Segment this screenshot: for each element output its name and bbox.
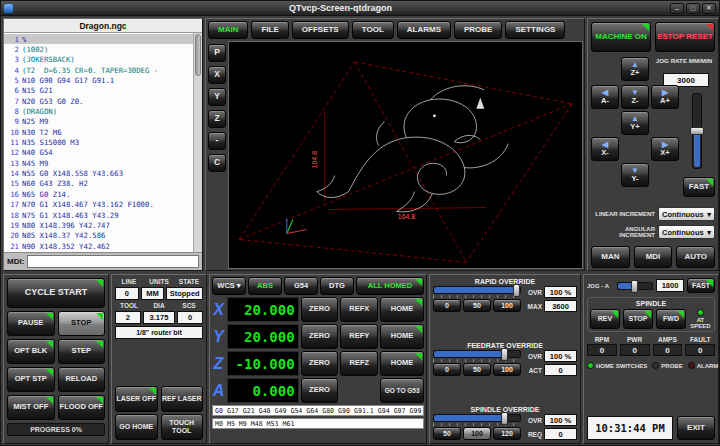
mode-man-button[interactable]: MAN: [591, 246, 630, 268]
jog-y-plus-button[interactable]: ▲Y+: [621, 111, 649, 135]
jog-rate-slider[interactable]: [692, 93, 702, 169]
stop-button[interactable]: STOP: [58, 311, 106, 336]
tab-probe[interactable]: PROBE: [454, 21, 502, 39]
slider-handle[interactable]: [690, 127, 704, 135]
ref-y-button[interactable]: REFY: [340, 324, 378, 349]
tab-tool[interactable]: TOOL: [352, 21, 394, 39]
jog-a-plus-button[interactable]: ▶A+: [651, 85, 679, 109]
view-z-button[interactable]: Z: [208, 110, 226, 128]
tab-main[interactable]: MAIN: [208, 21, 248, 39]
touch-tool-button[interactable]: TOUCH TOOL: [161, 414, 204, 440]
jog-x-minus-button[interactable]: ◀X-: [591, 137, 619, 161]
mist-button[interactable]: MIST OFF: [7, 395, 55, 420]
step-button[interactable]: STEP: [58, 339, 106, 364]
gcode-line[interactable]: 14N55 G0 X148.558 Y43.663: [4, 168, 193, 178]
laser-button[interactable]: LASER OFF: [115, 386, 158, 412]
gcode-line[interactable]: 5N10 G90 G94 G17 G91.1: [4, 75, 193, 85]
linear-increment-combo[interactable]: Continuous ▾: [658, 207, 715, 221]
spindle-stop-button[interactable]: STOP: [623, 309, 653, 329]
home-x-button[interactable]: HOME: [380, 297, 424, 322]
gcode-line[interactable]: 8(DRAGON): [4, 106, 193, 116]
jog-a-fast-button[interactable]: FAST: [687, 278, 715, 293]
rapid-0-button[interactable]: 0: [433, 299, 461, 312]
gcode-line[interactable]: 20N85 X148.37 Y42.586: [4, 231, 193, 241]
cycle-start-button[interactable]: CYCLE START: [7, 278, 105, 308]
all-homed-button[interactable]: ALL HOMED: [356, 277, 424, 295]
slider-handle[interactable]: [501, 348, 508, 361]
rapid-100-button[interactable]: 100: [493, 299, 521, 312]
tab-offsets[interactable]: OFFSETS: [292, 21, 349, 39]
clear-view-button[interactable]: C: [208, 154, 226, 172]
jog-z-plus-button[interactable]: ▲Z+: [621, 57, 649, 81]
ref-x-button[interactable]: REFX: [340, 297, 378, 322]
estop-reset-button[interactable]: ESTOP RESET: [655, 22, 715, 52]
zero-y-button[interactable]: ZERO: [301, 324, 339, 349]
home-z-button[interactable]: HOME: [380, 351, 424, 376]
rapid-50-button[interactable]: 50: [463, 299, 491, 312]
view-perspective-button[interactable]: P: [208, 44, 226, 62]
dtg-button[interactable]: DTG: [320, 277, 354, 295]
spindle-rev-button[interactable]: REV: [590, 309, 620, 329]
maximize-button[interactable]: □: [686, 3, 700, 14]
gcode-line[interactable]: 18N75 G1 X148.463 Y43.29: [4, 210, 193, 220]
mode-mdi-button[interactable]: MDI: [634, 246, 673, 268]
gcode-line[interactable]: 3(JOKERSBACK): [4, 55, 193, 65]
view-x-button[interactable]: X: [208, 66, 226, 84]
zero-z-button[interactable]: ZERO: [301, 351, 339, 376]
gcode-viewer[interactable]: 1% 2(1002) 3(JOKERSBACK) 4(T2 D=6.35 CR=…: [4, 33, 202, 252]
spindle-fwd-button[interactable]: FWD: [656, 309, 686, 329]
ref-z-button[interactable]: REFZ: [340, 351, 378, 376]
gcode-line[interactable]: 2(1002): [4, 44, 193, 54]
feedrate-override-slider[interactable]: [433, 350, 521, 358]
tab-settings[interactable]: SETTINGS: [505, 21, 565, 39]
go-home-button[interactable]: GO HOME: [115, 414, 158, 440]
jog-a-value[interactable]: 1800: [656, 279, 684, 292]
jog-z-minus-button[interactable]: ▼Z-: [621, 85, 649, 109]
optional-stop-button[interactable]: OPT STP: [7, 367, 55, 392]
close-button[interactable]: ✕: [702, 3, 716, 14]
scrollbar-thumb[interactable]: [195, 34, 201, 76]
tab-file[interactable]: FILE: [251, 21, 288, 39]
pause-button[interactable]: PAUSE: [7, 311, 55, 336]
gcode-line[interactable]: 1%: [4, 34, 193, 44]
ref-laser-button[interactable]: REF LASER: [161, 386, 204, 412]
gremlin-preview[interactable]: 164.8 104.8: [228, 41, 583, 269]
zoom-out-button[interactable]: -: [208, 132, 226, 150]
goto-g53-button[interactable]: GO TO G53: [380, 378, 424, 403]
gcode-line[interactable]: 10N30 T2 M6: [4, 127, 193, 137]
spindle-100-button[interactable]: 100: [463, 427, 491, 440]
gcode-line[interactable]: 15N60 G43 Z38. H2: [4, 179, 193, 189]
gcode-line[interactable]: 17N70 G1 X148.467 Y43.162 F1000.: [4, 200, 193, 210]
slider-handle[interactable]: [501, 412, 508, 425]
home-y-button[interactable]: HOME: [380, 324, 424, 349]
angular-increment-combo[interactable]: Continuous ▾: [658, 225, 715, 239]
exit-button[interactable]: EXIT: [677, 416, 715, 440]
gcode-line[interactable]: 4(T2 D=6.35 CR=0. TAPER=30DEG -: [4, 65, 193, 75]
jog-fast-button[interactable]: FAST: [683, 177, 715, 197]
g5x-button[interactable]: G54: [284, 277, 318, 295]
abs-button[interactable]: ABS: [248, 277, 282, 295]
feed-0-button[interactable]: 0: [433, 363, 461, 376]
zero-x-button[interactable]: ZERO: [301, 297, 339, 322]
zero-a-button[interactable]: ZERO: [301, 378, 339, 403]
jog-x-plus-button[interactable]: ▶X+: [651, 137, 679, 161]
spindle-120-button[interactable]: 120: [493, 427, 521, 440]
jog-a-minus-button[interactable]: ◀A-: [591, 85, 619, 109]
tab-alarms[interactable]: ALARMS: [397, 21, 451, 39]
gcode-line[interactable]: 7N20 G53 G0 Z0.: [4, 96, 193, 106]
gcode-line[interactable]: 19N80 X148.396 Y42.747: [4, 220, 193, 230]
mode-auto-button[interactable]: AUTO: [676, 246, 715, 268]
spindle-override-slider[interactable]: [433, 414, 521, 422]
jog-y-minus-button[interactable]: ▼Y-: [621, 163, 649, 187]
flood-button[interactable]: FLOOD OFF: [58, 395, 106, 420]
feed-50-button[interactable]: 50: [463, 363, 491, 376]
gcode-line[interactable]: 9N25 M9: [4, 117, 193, 127]
optional-block-button[interactable]: OPT BLK: [7, 339, 55, 364]
spindle-50-button[interactable]: 50: [433, 427, 461, 440]
gcode-line[interactable]: 6N15 G21: [4, 86, 193, 96]
minimize-button[interactable]: –: [670, 3, 684, 14]
view-y-button[interactable]: Y: [208, 88, 226, 106]
gcode-line[interactable]: 11N35 S15000 M3: [4, 137, 193, 147]
jog-a-slider[interactable]: [617, 282, 653, 290]
machine-on-button[interactable]: MACHINE ON: [591, 22, 651, 52]
